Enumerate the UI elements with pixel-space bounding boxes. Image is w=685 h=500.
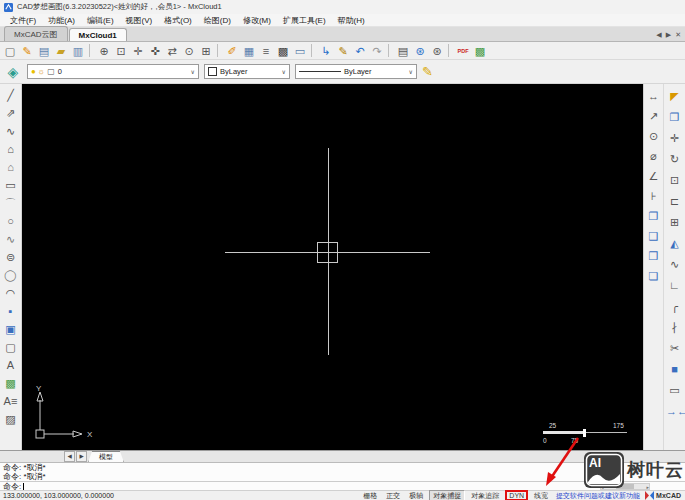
- circle-icon[interactable]: ○: [2, 213, 19, 229]
- create-block-icon[interactable]: ▢: [2, 339, 19, 355]
- layout-scroll-right-icon[interactable]: ▶: [76, 451, 87, 462]
- insert-block-icon[interactable]: ▣: [2, 321, 19, 337]
- new-file-icon[interactable]: ▢: [2, 43, 18, 59]
- polyline-edit-icon[interactable]: ✐: [224, 43, 240, 59]
- display-order-icon[interactable]: ▭: [292, 43, 308, 59]
- fillet-icon[interactable]: ╭: [666, 298, 683, 314]
- print-icon[interactable]: ▤: [395, 43, 411, 59]
- hatch-icon[interactable]: ▨: [2, 411, 19, 427]
- menu-help[interactable]: 帮助(H): [332, 15, 371, 26]
- menu-view[interactable]: 视图(V): [120, 15, 159, 26]
- image-insert-icon[interactable]: ▩: [2, 375, 19, 391]
- save-as-icon[interactable]: ▥: [70, 43, 86, 59]
- copy-icon[interactable]: ❐: [666, 109, 683, 125]
- copy-base-icon[interactable]: ❏: [645, 268, 662, 284]
- toggle-grid[interactable]: 栅格: [360, 491, 380, 500]
- layers-icon[interactable]: ◈: [4, 64, 22, 80]
- image-export-icon[interactable]: ▩: [472, 43, 488, 59]
- move-icon[interactable]: ✛: [666, 130, 683, 146]
- explode-icon[interactable]: ■: [666, 361, 683, 377]
- dim-angular-icon[interactable]: ∠: [645, 168, 662, 184]
- menu-format[interactable]: 格式(O): [158, 15, 198, 26]
- mtext-icon[interactable]: A≡: [2, 393, 19, 409]
- linetype-combo[interactable]: ByLayer ∨: [295, 64, 417, 79]
- scale-icon[interactable]: ⊡: [666, 172, 683, 188]
- array-icon[interactable]: ⊞: [666, 214, 683, 230]
- attribute-edit-icon[interactable]: ✎: [335, 43, 351, 59]
- toggle-dyn[interactable]: DYN: [505, 490, 528, 500]
- drawing-canvas[interactable]: Y X 25 175 0 75: [22, 84, 643, 450]
- join-icon[interactable]: →←: [666, 403, 683, 419]
- web-publish-icon[interactable]: ⊛: [412, 43, 428, 59]
- command-window[interactable]: 命令: *取消*命令: *取消* 命令: ◂ ▸: [0, 462, 685, 490]
- save-icon[interactable]: ▤: [36, 43, 52, 59]
- ruler-handle[interactable]: [583, 429, 586, 437]
- line-icon[interactable]: ╱: [2, 87, 19, 103]
- copy-clip-icon[interactable]: ❐: [645, 208, 662, 224]
- color-combo[interactable]: ByLayer ∨: [204, 64, 290, 79]
- menu-edit[interactable]: 编辑(E): [81, 15, 120, 26]
- mirror-icon[interactable]: ◭: [666, 235, 683, 251]
- text-icon[interactable]: A: [2, 357, 19, 373]
- point-icon[interactable]: ▪: [2, 303, 19, 319]
- zoom-object-icon[interactable]: ⊞: [198, 43, 214, 59]
- offset-icon[interactable]: ⊏: [666, 193, 683, 209]
- rotate-icon[interactable]: ↻: [666, 151, 683, 167]
- tab-mxcloud1[interactable]: MxCloud1: [69, 28, 127, 41]
- arc2-icon[interactable]: ◠: [2, 285, 19, 301]
- dim-aligned-icon[interactable]: ↗: [645, 108, 662, 124]
- paste-clip-icon[interactable]: ❑: [645, 228, 662, 244]
- zoom-in-icon[interactable]: ⊕: [96, 43, 112, 59]
- dim-linear-icon[interactable]: ↔: [645, 88, 662, 104]
- dim-diameter-icon[interactable]: ⌀: [645, 148, 662, 164]
- polyline-icon[interactable]: ∿: [2, 123, 19, 139]
- toggle-polar[interactable]: 极轴: [406, 491, 426, 500]
- layer-combo[interactable]: ●☼▢ 0 ∨: [27, 64, 199, 79]
- table-icon[interactable]: ▦: [241, 43, 257, 59]
- stretch-icon[interactable]: ▭: [666, 382, 683, 398]
- text-style-icon[interactable]: ≡: [258, 43, 274, 59]
- mxcad-brand[interactable]: MxCAD: [645, 491, 681, 500]
- toggle-osnap[interactable]: 对象捕捉: [429, 490, 465, 500]
- open-edit-icon[interactable]: ✎: [19, 43, 35, 59]
- web-share-icon[interactable]: ⊛: [429, 43, 445, 59]
- chamfer-icon[interactable]: ∟: [666, 277, 683, 293]
- erase-icon[interactable]: ◤: [666, 88, 683, 104]
- polygon2-icon[interactable]: ⌂: [2, 159, 19, 175]
- feedback-link[interactable]: 提交软件问题或建议新功能: [556, 491, 640, 500]
- tab-close-icon[interactable]: ✕: [675, 31, 681, 39]
- menu-file[interactable]: 文件(F): [4, 15, 42, 26]
- menu-function[interactable]: 功能(A): [42, 15, 81, 26]
- break-icon[interactable]: ∤: [666, 319, 683, 335]
- spline-icon[interactable]: ∿: [2, 231, 19, 247]
- paste-block-icon[interactable]: ❒: [645, 248, 662, 264]
- menu-draw[interactable]: 绘图(D): [198, 15, 237, 26]
- xline-icon[interactable]: ⇗: [2, 105, 19, 121]
- zoom-all-icon[interactable]: ⊙: [181, 43, 197, 59]
- layout-scroll-left-icon[interactable]: ◀: [64, 451, 75, 462]
- trim-icon[interactable]: ✂: [666, 340, 683, 356]
- pdf-export-icon[interactable]: PDF: [455, 43, 471, 59]
- menu-modify[interactable]: 修改(M): [237, 15, 277, 26]
- toggle-otrack[interactable]: 对象追踪: [468, 491, 502, 500]
- undo-icon[interactable]: ↶: [352, 43, 368, 59]
- layer-manager-icon[interactable]: ▩: [275, 43, 291, 59]
- redo-icon[interactable]: ↷: [369, 43, 385, 59]
- quick-draw-icon[interactable]: ✎: [422, 64, 433, 79]
- tab-mxcad-cloud[interactable]: MxCAD云图: [4, 26, 68, 41]
- rectangle-icon[interactable]: ▭: [2, 177, 19, 193]
- toggle-ortho[interactable]: 正交: [383, 491, 403, 500]
- regen-icon[interactable]: ⇄: [164, 43, 180, 59]
- spline-edit-icon[interactable]: ∿: [666, 256, 683, 272]
- pan-icon[interactable]: ✜: [147, 43, 163, 59]
- dim-radius-icon[interactable]: ⊙: [645, 128, 662, 144]
- polygon-icon[interactable]: ⌂: [2, 141, 19, 157]
- menu-ext-tools[interactable]: 扩展工具(E): [277, 15, 332, 26]
- ellipse2-icon[interactable]: ◯: [2, 267, 19, 283]
- tab-scroll-right-icon[interactable]: ▶: [666, 31, 671, 39]
- ellipse-icon[interactable]: ⊜: [2, 249, 19, 265]
- zoom-extents-icon[interactable]: ✛: [130, 43, 146, 59]
- hyperlink-icon[interactable]: ↳: [318, 43, 334, 59]
- tab-scroll-left-icon[interactable]: ◀: [656, 31, 661, 39]
- zoom-window-icon[interactable]: ⊡: [113, 43, 129, 59]
